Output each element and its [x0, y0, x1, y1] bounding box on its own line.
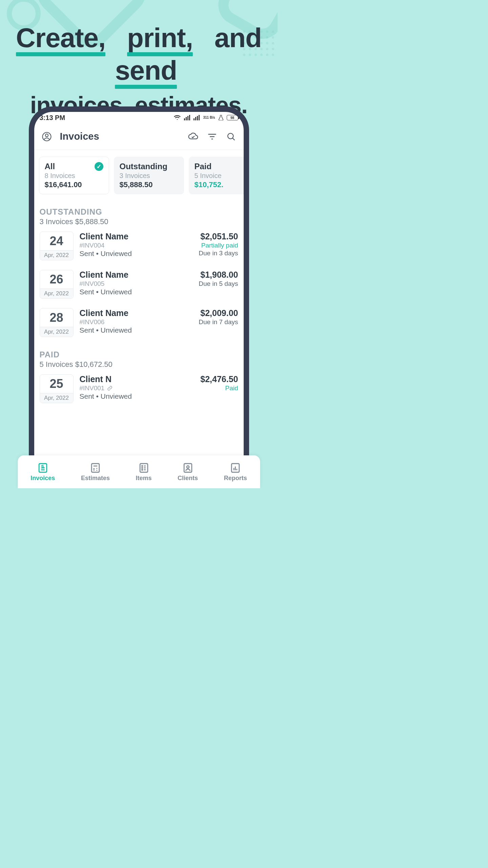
filter-card-all[interactable]: All✓ 8 Invoices $16,641.00: [39, 157, 109, 194]
svg-line-14: [232, 138, 235, 140]
invoice-details: Client Name #INV005 Sent • Unviewed: [80, 270, 193, 296]
status-icons: 311 B/s 98: [174, 115, 238, 120]
invoice-summary: $2,051.50 Partially paid Due in 3 days: [199, 232, 238, 257]
invoice-amount: $2,476.50: [200, 374, 238, 384]
headline-word: Create,: [16, 22, 105, 54]
signal-icon: [194, 115, 200, 120]
tab-bar: $ Invoices Estimates Items Clients Repor…: [18, 455, 260, 488]
date-month: Apr, 2022: [40, 289, 73, 298]
filter-card-paid[interactable]: Paid 5 Invoice $10,752.: [189, 157, 244, 194]
status-time: 3:13 PM: [40, 114, 65, 122]
invoice-row[interactable]: 28 Apr, 2022 Client Name #INV006 Sent • …: [34, 303, 244, 342]
invoice-summary: $2,476.50 Paid: [200, 374, 238, 392]
filter-amount: $16,641.00: [45, 180, 103, 189]
filter-card-outstanding[interactable]: Outstanding 3 Invoices $5,888.50: [114, 157, 184, 194]
invoice-number: #INV005: [80, 280, 193, 288]
cloud-sync-icon[interactable]: [187, 131, 199, 142]
wifi-icon: [174, 115, 181, 120]
date-day: 25: [40, 375, 73, 393]
client-name: Client Name: [80, 232, 193, 241]
filter-title: All: [45, 162, 55, 171]
headline-space: [200, 23, 207, 53]
section-title: PAID: [40, 350, 238, 359]
profile-icon[interactable]: [41, 131, 53, 142]
date-tile: 25 Apr, 2022: [40, 374, 74, 403]
svg-rect-0: [184, 118, 185, 120]
invoice-details: Client Name #INV006 Sent • Unviewed: [80, 308, 193, 334]
tab-invoices[interactable]: $ Invoices: [30, 462, 55, 482]
page-title: Invoices: [60, 131, 180, 142]
date-tile: 26 Apr, 2022: [40, 270, 74, 299]
date-tile: 24 Apr, 2022: [40, 232, 74, 260]
filter-amount: $5,888.50: [120, 180, 178, 189]
invoice-number: #INV004: [80, 242, 193, 249]
invoice-status: Sent • Unviewed: [80, 288, 193, 296]
invoice-summary: $2,009.00 Due in 7 days: [199, 308, 238, 326]
date-month: Apr, 2022: [40, 250, 73, 260]
signal-icon: [184, 115, 190, 120]
filter-sub: 5 Invoice: [195, 172, 244, 180]
headline-space: [101, 55, 108, 85]
invoice-row[interactable]: 24 Apr, 2022 Client Name #INV004 Sent • …: [34, 227, 244, 265]
invoice-number: #INV006: [80, 318, 193, 326]
section-title: OUTSTANDING: [40, 207, 238, 217]
invoice-note: Paid: [200, 384, 238, 392]
invoice-number: #INV001: [80, 384, 105, 392]
invoice-icon: $: [37, 462, 48, 474]
invoice-due: Due in 3 days: [199, 250, 238, 257]
date-month: Apr, 2022: [40, 393, 73, 403]
filter-row[interactable]: All✓ 8 Invoices $16,641.00 Outstanding 3…: [34, 150, 244, 199]
tab-reports[interactable]: Reports: [224, 462, 247, 482]
invoice-amount: $2,051.50: [199, 232, 238, 241]
tab-label: Invoices: [30, 475, 55, 482]
tab-label: Reports: [224, 475, 247, 482]
invoice-row[interactable]: 25 Apr, 2022 Client N #INV001 Sent • Unv…: [34, 370, 244, 408]
clients-icon: [182, 462, 194, 474]
status-bar: 3:13 PM 311 B/s 98: [34, 112, 244, 123]
flask-icon: [219, 115, 223, 120]
net-speed: 311 B/s: [203, 116, 215, 119]
tab-items[interactable]: Items: [136, 462, 152, 482]
invoice-details: Client Name #INV004 Sent • Unviewed: [80, 232, 193, 258]
link-icon: [107, 386, 113, 391]
filter-icon[interactable]: [206, 131, 218, 142]
invoice-status: Sent • Unviewed: [80, 392, 195, 400]
date-day: 28: [40, 309, 73, 327]
filter-sub: 8 Invoices: [45, 172, 103, 180]
phone-frame: 3:13 PM 311 B/s 98 Invoices: [29, 106, 249, 488]
tab-clients[interactable]: Clients: [178, 462, 198, 482]
tab-label: Clients: [178, 475, 198, 482]
client-name: Client N: [80, 374, 195, 384]
invoice-details: Client N #INV001 Sent • Unviewed: [80, 374, 195, 400]
svg-rect-3: [189, 115, 190, 120]
svg-point-24: [142, 467, 142, 468]
headline-space: [113, 23, 120, 53]
battery-level: 98: [230, 116, 234, 120]
section-outstanding: OUTSTANDING 3 Invoices $5,888.50: [34, 199, 244, 227]
tab-label: Items: [136, 475, 152, 482]
invoice-row[interactable]: 26 Apr, 2022 Client Name #INV005 Sent • …: [34, 265, 244, 303]
date-day: 26: [40, 270, 73, 289]
invoice-amount: $1,908.00: [199, 270, 238, 280]
headline-word: and: [215, 23, 262, 53]
tab-estimates[interactable]: Estimates: [81, 462, 110, 482]
svg-rect-19: [92, 463, 99, 472]
section-paid: PAID 5 Invoices $10,672.50: [34, 342, 244, 370]
svg-point-13: [228, 133, 233, 139]
svg-rect-5: [195, 117, 196, 120]
estimate-icon: [89, 462, 101, 474]
invoice-status: Sent • Unviewed: [80, 326, 193, 334]
check-icon: ✓: [95, 162, 103, 171]
svg-rect-2: [187, 116, 188, 120]
items-icon: [138, 462, 149, 474]
tab-label: Estimates: [81, 475, 110, 482]
app-header: Invoices: [34, 123, 244, 150]
date-month: Apr, 2022: [40, 327, 73, 337]
invoice-amount: $2,009.00: [199, 308, 238, 318]
svg-rect-6: [197, 116, 198, 120]
svg-point-25: [142, 469, 142, 470]
headline: Create, print, and send invoices, estima…: [0, 0, 278, 119]
svg-rect-1: [186, 117, 187, 120]
search-icon[interactable]: [225, 131, 237, 142]
client-name: Client Name: [80, 270, 193, 280]
